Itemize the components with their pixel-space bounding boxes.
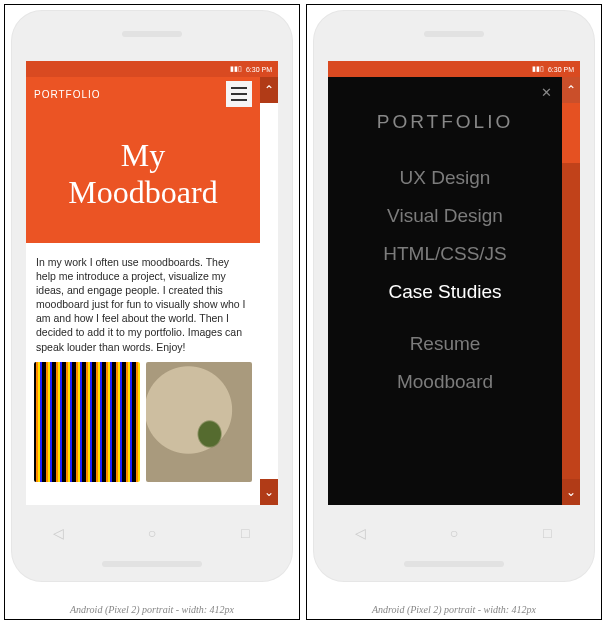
phone-speaker <box>122 31 182 37</box>
menu-item-case-studies[interactable]: Case Studies <box>388 281 501 303</box>
scroll-down-button[interactable]: ⌄ <box>562 479 580 505</box>
menu-item-visual-design[interactable]: Visual Design <box>387 205 503 227</box>
chevron-up-icon: ⌃ <box>264 83 274 97</box>
status-time: 6:30 PM <box>548 66 574 73</box>
hamburger-menu-button[interactable] <box>226 81 252 107</box>
mockup-left: ▮▮▯ 6:30 PM ⌃ PORTFOLIO My Moodboard <box>4 4 300 620</box>
device-caption: Android (Pixel 2) portrait - width: 412p… <box>5 604 299 615</box>
close-menu-button[interactable]: ✕ <box>541 85 552 100</box>
phone-homebar <box>404 561 504 567</box>
close-icon: ✕ <box>541 85 552 100</box>
backdrop-edge-accent <box>562 103 580 163</box>
android-statusbar: ▮▮▯ 6:30 PM <box>328 61 580 77</box>
phone-frame: ▮▮▯ 6:30 PM ⌃ ✕ PORTFOLIO UX Design Visu… <box>314 11 594 581</box>
intro-paragraph: In my work I often use moodboards. They … <box>26 243 260 362</box>
menu-item-moodboard[interactable]: Moodboard <box>397 371 493 393</box>
android-statusbar: ▮▮▯ 6:30 PM <box>26 61 278 77</box>
menu-item-ux-design[interactable]: UX Design <box>400 167 491 189</box>
status-signal-icon: ▮▮▯ <box>532 65 544 73</box>
brand-label: PORTFOLIO <box>34 89 101 100</box>
hero-title-line2: Moodboard <box>68 174 217 210</box>
phone-frame: ▮▮▯ 6:30 PM ⌃ PORTFOLIO My Moodboard <box>12 11 292 581</box>
app-header: PORTFOLIO <box>26 77 260 111</box>
nav-home-button[interactable]: ○ <box>144 525 160 541</box>
nav-home-button[interactable]: ○ <box>446 525 462 541</box>
nav-back-button[interactable]: ◁ <box>353 525 369 541</box>
menu-item-resume[interactable]: Resume <box>410 333 481 355</box>
moodboard-image-2[interactable] <box>146 362 252 482</box>
menu-brand: PORTFOLIO <box>377 111 513 133</box>
scroll-up-button[interactable]: ⌃ <box>562 77 580 103</box>
chevron-up-icon: ⌃ <box>566 83 576 97</box>
nav-menu-overlay: ✕ PORTFOLIO UX Design Visual Design HTML… <box>328 77 562 505</box>
nav-recent-button[interactable]: □ <box>539 525 555 541</box>
chevron-down-icon: ⌄ <box>566 485 576 499</box>
moodboard-image-1[interactable] <box>34 362 140 482</box>
device-caption: Android (Pixel 2) portrait - width: 412p… <box>307 604 601 615</box>
scroll-down-button[interactable]: ⌄ <box>260 479 278 505</box>
android-navbar: ◁ ○ □ <box>314 525 594 541</box>
hero-title-line1: My <box>121 137 165 173</box>
android-navbar: ◁ ○ □ <box>12 525 292 541</box>
chevron-down-icon: ⌄ <box>264 485 274 499</box>
status-time: 6:30 PM <box>246 66 272 73</box>
menu-item-html-css-js[interactable]: HTML/CSS/JS <box>383 243 507 265</box>
nav-recent-button[interactable]: □ <box>237 525 253 541</box>
phone-speaker <box>424 31 484 37</box>
mockup-right: ▮▮▯ 6:30 PM ⌃ ✕ PORTFOLIO UX Design Visu… <box>306 4 602 620</box>
hero-section: My Moodboard <box>26 111 260 243</box>
moodboard-images <box>26 362 260 490</box>
scroll-up-button[interactable]: ⌃ <box>260 77 278 103</box>
phone-screen: ▮▮▯ 6:30 PM ⌃ ✕ PORTFOLIO UX Design Visu… <box>328 61 580 505</box>
status-signal-icon: ▮▮▯ <box>230 65 242 73</box>
phone-screen: ▮▮▯ 6:30 PM ⌃ PORTFOLIO My Moodboard <box>26 61 278 505</box>
phone-homebar <box>102 561 202 567</box>
nav-back-button[interactable]: ◁ <box>51 525 67 541</box>
